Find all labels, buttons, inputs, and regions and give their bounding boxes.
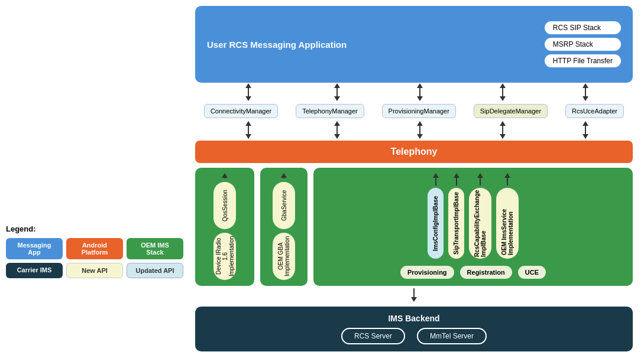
ims-backend: IMS Backend RCS Server MmTel Server bbox=[195, 307, 633, 351]
legend-new-api: New API bbox=[66, 263, 123, 278]
backend-pills: RCS Server MmTel Server bbox=[207, 328, 621, 344]
rcs-sip-stack: RCS SIP Stack bbox=[545, 21, 621, 34]
legend-oem-ims-stack: OEM IMS Stack bbox=[127, 238, 183, 259]
provisioning-manager: ProvisioningManager bbox=[382, 104, 456, 118]
rcs-capability-impl: RcsCapabilityExchange ImplBase bbox=[469, 188, 491, 259]
device-iradio-pill: Device IRadio 1.6 Implementation bbox=[213, 233, 236, 280]
http-file-transfer: HTTP File Transfer bbox=[545, 54, 621, 67]
gba-service-pill: GbaService bbox=[273, 182, 295, 229]
arrow-to-backend bbox=[195, 288, 633, 303]
ims-backend-title: IMS Backend bbox=[207, 314, 621, 323]
ims-section: QosSession Device IRadio 1.6 Implementat… bbox=[195, 168, 633, 286]
legend-messaging-app: Messaging App bbox=[6, 238, 63, 259]
qos-session-pill: QosSession bbox=[213, 182, 236, 229]
large-ims-box: ImsConfigImplBase SipTransportImplBase R… bbox=[313, 168, 633, 286]
legend-title: Legend: bbox=[6, 224, 183, 233]
registration-pill: Registration bbox=[460, 266, 512, 279]
telephony-bar: Telephony bbox=[195, 141, 633, 163]
mmtel-server-pill: MmTel Server bbox=[417, 328, 487, 344]
ims-config-impl: ImsConfigImplBase bbox=[428, 188, 444, 259]
arrows-from-rcs bbox=[195, 84, 633, 100]
connectivity-manager: ConnectivityManager bbox=[204, 104, 278, 118]
gba-box: GbaService OEM GBA Implementation bbox=[260, 168, 308, 286]
diagram: User RCS Messaging Application RCS SIP S… bbox=[195, 6, 633, 351]
legend-android-platform: Android Platform bbox=[66, 238, 123, 259]
rcs-server-pill: RCS Server bbox=[341, 328, 405, 344]
rcs-stack-group: RCS SIP Stack MSRP Stack HTTP File Trans… bbox=[545, 21, 621, 67]
legend-grid: Messaging App Android Platform OEM IMS S… bbox=[6, 238, 183, 278]
oem-ims-service-impl: OEM ImsService Implementation bbox=[496, 188, 519, 259]
provisioning-pill: Provisioning bbox=[400, 266, 454, 279]
rcs-uce-adapter: RcsUceAdapter bbox=[565, 104, 624, 118]
user-rcs-box: User RCS Messaging Application RCS SIP S… bbox=[195, 6, 633, 83]
sip-transport-impl: SipTransportImplBase bbox=[448, 188, 464, 259]
sip-delegate-manager: SipDelegateManager bbox=[474, 104, 548, 118]
msrp-stack: MSRP Stack bbox=[545, 38, 621, 51]
oem-gba-pill: OEM GBA Implementation bbox=[273, 233, 295, 280]
legend-updated-api: Updated API bbox=[127, 263, 183, 278]
user-rcs-label: User RCS Messaging Application bbox=[207, 40, 347, 50]
api-managers-row: ConnectivityManager TelephonyManager Pro… bbox=[195, 102, 633, 120]
legend-carrier-ims: Carrier IMS bbox=[6, 263, 63, 278]
telephony-manager: TelephonyManager bbox=[296, 104, 364, 118]
uce-pill: UCE bbox=[518, 266, 546, 279]
arrows-to-telephony bbox=[195, 122, 633, 138]
qos-box: QosSession Device IRadio 1.6 Implementat… bbox=[195, 168, 254, 286]
legend: Legend: Messaging App Android Platform O… bbox=[6, 224, 183, 278]
